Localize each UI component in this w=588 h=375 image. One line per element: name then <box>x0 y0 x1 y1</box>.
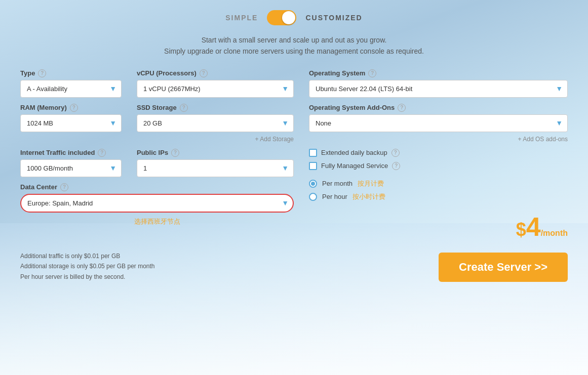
simple-label: SIMPLE <box>225 14 258 22</box>
ram-select[interactable]: 512 MB 1024 MB 2048 MB 4096 MB <box>20 114 122 132</box>
ram-field: RAM (Memory) ? 512 MB 1024 MB 2048 MB 40… <box>20 104 122 132</box>
per-month-radio[interactable] <box>309 180 317 188</box>
ssd-select[interactable]: 20 GB 40 GB 80 GB <box>137 114 294 132</box>
vcpu-label: vCPU (Processors) ? <box>137 69 294 77</box>
datacenter-select[interactable]: Europe: Spain, Madrid Europe: Germany, F… <box>20 194 294 213</box>
os-select-wrapper: Ubuntu Server 22.04 (LTS) 64-bit Ubuntu … <box>309 80 568 98</box>
traffic-select[interactable]: 500 GB/month 1000 GB/month 2000 GB/month <box>20 159 122 177</box>
per-hour-radio-row: Per hour 按小时计费 <box>309 192 568 201</box>
backup-checkbox-row: Extended daily backup ? <box>309 149 568 157</box>
traffic-field: Internet Traffic included ? 500 GB/month… <box>20 149 122 177</box>
per-hour-label: Per hour <box>322 193 347 200</box>
traffic-label: Internet Traffic included ? <box>20 149 122 157</box>
os-addons-field: Operating System Add-Ons ? None cPanel P… <box>309 104 568 143</box>
type-help-icon[interactable]: ? <box>38 69 46 77</box>
public-ips-help-icon[interactable]: ? <box>171 149 179 157</box>
managed-help-icon[interactable]: ? <box>392 162 400 170</box>
ram-select-wrapper: 512 MB 1024 MB 2048 MB 4096 MB ▼ <box>20 114 122 132</box>
footer-notes: Additional traffic is only $0.01 per GB … <box>20 251 155 282</box>
type-field: Type ? A - Availability B - Balanced C -… <box>20 69 122 98</box>
footer-note-2: Additional storage is only $0.05 per GB … <box>20 261 155 271</box>
datacenter-label: Data Center ? <box>20 183 294 191</box>
type-label: Type ? <box>20 69 122 77</box>
os-help-icon[interactable]: ? <box>368 69 376 77</box>
footer-note-1: Additional traffic is only $0.01 per GB <box>20 251 155 261</box>
traffic-select-wrapper: 500 GB/month 1000 GB/month 2000 GB/month… <box>20 159 122 177</box>
os-addons-label: Operating System Add-Ons ? <box>309 104 568 112</box>
right-panel: Extended daily backup ? Fully Managed Se… <box>309 149 568 242</box>
public-ips-select[interactable]: 1 2 3 4 5 <box>137 159 294 177</box>
os-addons-select-wrapper: None cPanel Plesk ▼ <box>309 114 568 132</box>
price-display: $4/month <box>516 212 568 241</box>
price-currency: $ <box>516 219 526 240</box>
per-hour-radio[interactable] <box>309 193 317 201</box>
managed-label: Fully Managed Service <box>321 162 388 170</box>
os-addons-help-icon[interactable]: ? <box>398 104 406 112</box>
per-month-radio-row: Per month 按月计费 <box>309 179 568 188</box>
datacenter-help-icon[interactable]: ? <box>60 183 68 191</box>
ram-label: RAM (Memory) ? <box>20 104 122 112</box>
add-os-addons-link[interactable]: + Add OS add-ons <box>309 136 568 143</box>
datacenter-field: Data Center ? Europe: Spain, Madrid Euro… <box>20 183 294 226</box>
price-period: /month <box>541 229 568 237</box>
os-addons-select[interactable]: None cPanel Plesk <box>309 114 568 132</box>
customized-label: CUSTOMIZED <box>305 14 362 22</box>
toggle-knob <box>282 11 295 24</box>
per-month-chinese: 按月计费 <box>358 179 384 188</box>
traffic-help-icon[interactable]: ? <box>98 149 106 157</box>
datacenter-select-wrapper: Europe: Spain, Madrid Europe: Germany, F… <box>20 194 294 213</box>
description-text: Start with a small server and scale up a… <box>20 34 568 57</box>
billing-radio-group: Per month 按月计费 Per hour 按小时计费 <box>309 179 568 201</box>
ram-help-icon[interactable]: ? <box>70 104 78 112</box>
type-select[interactable]: A - Availability B - Balanced C - Comput… <box>20 80 122 98</box>
footer-row: Additional traffic is only $0.01 per GB … <box>20 251 568 282</box>
footer-note-3: Per hour server is billed by the second. <box>20 272 155 282</box>
vcpu-select[interactable]: 1 vCPU (2667MHz) 2 vCPU (5333MHz) 4 vCPU… <box>137 80 294 98</box>
managed-checkbox-row: Fully Managed Service ? <box>309 162 568 170</box>
create-server-button[interactable]: Create Server >> <box>439 253 568 282</box>
type-select-wrapper: A - Availability B - Balanced C - Comput… <box>20 80 122 98</box>
os-field: Operating System ? Ubuntu Server 22.04 (… <box>309 69 568 98</box>
price-amount: 4 <box>526 212 541 241</box>
managed-checkbox[interactable] <box>309 162 317 170</box>
price-area: $4/month <box>309 212 568 242</box>
ssd-select-wrapper: 20 GB 40 GB 80 GB ▼ <box>137 114 294 132</box>
add-storage-link[interactable]: + Add Storage <box>137 136 294 143</box>
ssd-label: SSD Storage ? <box>137 104 294 112</box>
mode-toggle-switch[interactable] <box>267 10 296 25</box>
public-ips-select-wrapper: 1 2 3 4 5 ▼ <box>137 159 294 177</box>
ssd-field: SSD Storage ? 20 GB 40 GB 80 GB ▼ + Add … <box>137 104 294 143</box>
vcpu-field: vCPU (Processors) ? 1 vCPU (2667MHz) 2 v… <box>137 69 294 98</box>
ssd-help-icon[interactable]: ? <box>180 104 188 112</box>
datacenter-hint[interactable]: 选择西班牙节点 <box>20 217 294 226</box>
mode-toggle-row: SIMPLE CUSTOMIZED <box>20 10 568 25</box>
backup-checkbox[interactable] <box>309 149 317 157</box>
public-ips-field: Public IPs ? 1 2 3 4 5 ▼ <box>137 149 294 177</box>
vcpu-help-icon[interactable]: ? <box>200 69 208 77</box>
os-select[interactable]: Ubuntu Server 22.04 (LTS) 64-bit Ubuntu … <box>309 80 568 98</box>
per-hour-chinese: 按小时计费 <box>352 192 385 201</box>
os-label: Operating System ? <box>309 69 568 77</box>
public-ips-label: Public IPs ? <box>137 149 294 157</box>
form-grid: Type ? A - Availability B - Balanced C -… <box>20 69 568 242</box>
backup-help-icon[interactable]: ? <box>391 149 400 157</box>
backup-label: Extended daily backup <box>321 149 387 156</box>
per-month-label: Per month <box>322 180 352 187</box>
vcpu-select-wrapper: 1 vCPU (2667MHz) 2 vCPU (5333MHz) 4 vCPU… <box>137 80 294 98</box>
